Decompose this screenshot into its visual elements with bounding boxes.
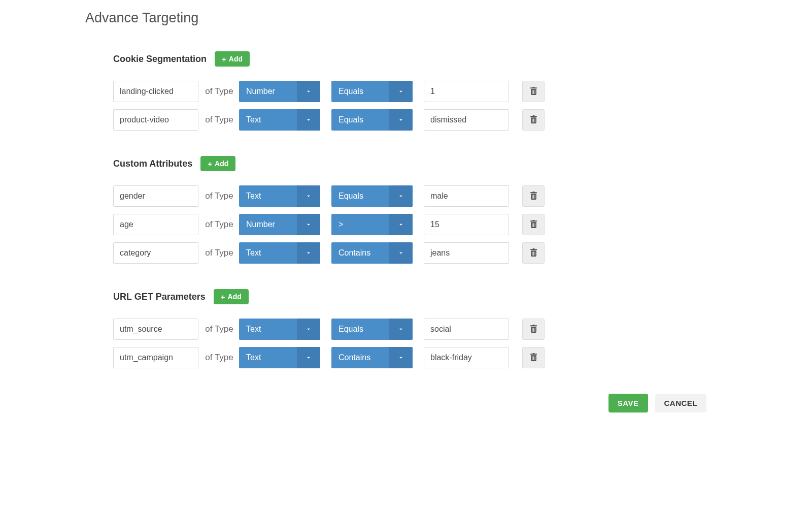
plus-icon: +: [222, 55, 226, 63]
operator-select-label: Equals: [331, 87, 389, 96]
rule-key-input[interactable]: [113, 109, 198, 131]
operator-select-wrap: >: [331, 214, 413, 235]
type-select-label: Number: [239, 220, 297, 229]
delete-button[interactable]: [522, 347, 545, 368]
rule-key-input[interactable]: [113, 319, 198, 340]
delete-button[interactable]: [522, 214, 545, 235]
section-header: Custom Attributes+Add: [113, 156, 727, 171]
add-button[interactable]: +Add: [200, 156, 235, 171]
rule-value-input[interactable]: [424, 242, 509, 264]
trash-icon: [530, 324, 537, 334]
rule-row: of TypeTextEquals: [113, 319, 727, 340]
add-button[interactable]: +Add: [215, 51, 250, 67]
operator-select-wrap: Equals: [331, 81, 413, 102]
of-type-label: of Type: [199, 219, 239, 230]
trash-icon: [530, 219, 537, 230]
operator-select-label: Equals: [331, 192, 389, 201]
delete-button[interactable]: [522, 242, 545, 264]
trash-icon: [530, 353, 537, 363]
chevron-down-icon: [389, 81, 413, 102]
plus-icon: +: [221, 293, 225, 301]
rule-key-input[interactable]: [113, 81, 198, 102]
add-button[interactable]: +Add: [214, 289, 249, 304]
section-custom-attributes: Custom Attributes+Addof TypeTextEqualsof…: [113, 156, 727, 264]
delete-button[interactable]: [522, 185, 545, 207]
rule-row: of TypeNumber>: [113, 214, 727, 235]
type-select-label: Text: [239, 115, 297, 124]
rule-value-input[interactable]: [424, 185, 509, 207]
operator-select[interactable]: Contains: [331, 242, 413, 264]
operator-select-label: >: [331, 220, 389, 229]
delete-button[interactable]: [522, 81, 545, 102]
rule-value-input[interactable]: [424, 347, 509, 368]
type-select[interactable]: Number: [239, 214, 320, 235]
add-button-label: Add: [228, 293, 242, 301]
chevron-down-icon: [297, 81, 320, 102]
type-select[interactable]: Text: [239, 109, 320, 131]
section-cookie-segmentation: Cookie Segmentation+Addof TypeNumberEqua…: [113, 51, 727, 131]
type-select[interactable]: Text: [239, 242, 320, 264]
operator-select[interactable]: Equals: [331, 185, 413, 207]
operator-select-label: Equals: [331, 325, 389, 334]
of-type-label: of Type: [199, 115, 239, 125]
section-title: URL GET Parameters: [113, 292, 206, 302]
operator-select-label: Contains: [331, 248, 389, 258]
chevron-down-icon: [297, 185, 320, 207]
operator-select-wrap: Contains: [331, 242, 413, 264]
type-select-wrap: Text: [239, 109, 320, 131]
type-select[interactable]: Text: [239, 319, 320, 340]
chevron-down-icon: [389, 109, 413, 131]
rule-row: of TypeTextContains: [113, 242, 727, 264]
operator-select[interactable]: Equals: [331, 319, 413, 340]
operator-select-label: Equals: [331, 115, 389, 124]
chevron-down-icon: [389, 185, 413, 207]
footer-actions: SAVE CANCEL: [85, 394, 706, 412]
type-select-label: Text: [239, 192, 297, 201]
operator-select[interactable]: Equals: [331, 109, 413, 131]
chevron-down-icon: [297, 319, 320, 340]
operator-select-wrap: Equals: [331, 185, 413, 207]
rule-value-input[interactable]: [424, 319, 509, 340]
operator-select[interactable]: Contains: [331, 347, 413, 368]
of-type-label: of Type: [199, 191, 239, 201]
rule-value-input[interactable]: [424, 109, 509, 131]
type-select-wrap: Text: [239, 319, 320, 340]
rule-row: of TypeTextEquals: [113, 185, 727, 207]
operator-select[interactable]: >: [331, 214, 413, 235]
add-button-label: Add: [215, 160, 228, 168]
chevron-down-icon: [389, 347, 413, 368]
type-select-wrap: Text: [239, 242, 320, 264]
rule-key-input[interactable]: [113, 185, 198, 207]
operator-select-wrap: Contains: [331, 347, 413, 368]
delete-button[interactable]: [522, 109, 545, 131]
chevron-down-icon: [389, 319, 413, 340]
type-select[interactable]: Number: [239, 81, 320, 102]
plus-icon: +: [208, 160, 212, 168]
of-type-label: of Type: [199, 324, 239, 334]
of-type-label: of Type: [199, 353, 239, 363]
rule-key-input[interactable]: [113, 347, 198, 368]
rule-key-input[interactable]: [113, 242, 198, 264]
type-select-wrap: Number: [239, 214, 320, 235]
trash-icon: [530, 86, 537, 97]
rule-row: of TypeNumberEquals: [113, 81, 727, 102]
rule-value-input[interactable]: [424, 214, 509, 235]
type-select-label: Text: [239, 248, 297, 258]
operator-select[interactable]: Equals: [331, 81, 413, 102]
rule-value-input[interactable]: [424, 81, 509, 102]
cancel-button[interactable]: CANCEL: [655, 394, 707, 412]
rule-rows: of TypeTextEqualsof TypeTextContains: [113, 319, 727, 368]
type-select-wrap: Text: [239, 185, 320, 207]
save-button[interactable]: SAVE: [608, 394, 648, 412]
delete-button[interactable]: [522, 319, 545, 340]
section-header: Cookie Segmentation+Add: [113, 51, 727, 67]
type-select[interactable]: Text: [239, 185, 320, 207]
chevron-down-icon: [297, 242, 320, 264]
rule-row: of TypeTextEquals: [113, 109, 727, 131]
chevron-down-icon: [389, 242, 413, 264]
page-title: Advance Targeting: [85, 10, 727, 26]
chevron-down-icon: [297, 109, 320, 131]
section-header: URL GET Parameters+Add: [113, 289, 727, 304]
type-select[interactable]: Text: [239, 347, 320, 368]
rule-key-input[interactable]: [113, 214, 198, 235]
